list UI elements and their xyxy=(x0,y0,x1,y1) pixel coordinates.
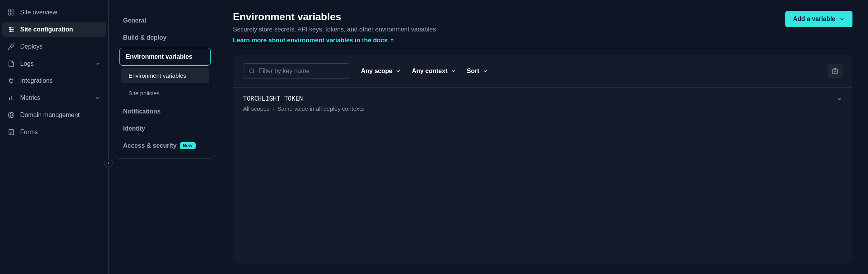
sidebar-item-configuration[interactable]: Site configuration xyxy=(2,22,106,37)
context-filter[interactable]: Any context xyxy=(412,68,456,75)
sidebar-item-label: Metrics xyxy=(20,94,40,101)
section-subnav: General Build & deploy Environment varia… xyxy=(109,0,221,274)
panel-toolbar: Any scope Any context Sort xyxy=(233,55,852,88)
new-badge: New xyxy=(180,142,196,149)
subnav-sub-label: Site policies xyxy=(128,90,160,96)
sidebar-item-metrics[interactable]: Metrics xyxy=(2,90,106,106)
sidebar-item-deploys[interactable]: Deploys xyxy=(2,39,106,54)
external-link-icon xyxy=(390,38,394,43)
subnav-sub-environment-variables[interactable]: Environment variables xyxy=(121,68,209,83)
subnav-environment-variables[interactable]: Environment variables xyxy=(119,48,211,66)
subnav-build-deploy[interactable]: Build & deploy xyxy=(115,29,215,46)
sort-label: Sort xyxy=(467,68,479,75)
subnav-label: Environment variables xyxy=(126,53,193,60)
search-icon xyxy=(249,68,255,74)
subnav-label: General xyxy=(123,17,146,24)
collapse-sidebar-button[interactable] xyxy=(104,159,113,167)
logs-icon xyxy=(8,60,15,67)
subnav-box: General Build & deploy Environment varia… xyxy=(115,8,215,159)
sidebar-item-label: Deploys xyxy=(20,43,43,50)
svg-point-8 xyxy=(12,29,13,30)
variables-panel: Any scope Any context Sort xyxy=(233,55,852,263)
subnav-sub-site-policies[interactable]: Site policies xyxy=(121,86,209,101)
svg-line-19 xyxy=(391,40,393,42)
scope-filter-label: Any scope xyxy=(361,68,392,75)
sort-button[interactable]: Sort xyxy=(467,68,488,75)
chevron-down-icon xyxy=(95,61,101,66)
chevron-down-icon xyxy=(95,95,101,101)
add-variable-label: Add a variable xyxy=(793,16,835,23)
subnav-access-security[interactable]: Access & security New xyxy=(115,137,215,154)
plug-icon xyxy=(8,77,15,84)
rocket-icon xyxy=(8,43,15,50)
add-variable-button[interactable]: Add a variable xyxy=(785,11,852,27)
svg-point-7 xyxy=(10,27,11,28)
learn-more-link[interactable]: Learn more about environment variables i… xyxy=(233,37,394,44)
variable-contexts: Same value in all deploy contexts xyxy=(278,105,364,112)
sidebar-item-overview[interactable]: Site overview xyxy=(2,5,106,20)
filter-input[interactable] xyxy=(259,68,344,75)
page-header: Environment variables Securely store sec… xyxy=(233,11,852,44)
sidebar-item-label: Logs xyxy=(20,60,34,67)
sidebar-item-label: Site configuration xyxy=(20,26,73,33)
copy-env-button[interactable] xyxy=(828,64,842,79)
svg-point-9 xyxy=(10,31,11,32)
context-filter-label: Any context xyxy=(412,68,448,75)
main-content: Environment variables Securely store sec… xyxy=(221,0,868,274)
scope-filter[interactable]: Any scope xyxy=(361,68,401,75)
form-icon xyxy=(8,129,15,136)
svg-line-21 xyxy=(253,72,254,73)
globe-icon xyxy=(8,112,15,119)
subnav-general[interactable]: General xyxy=(115,12,215,29)
chevron-down-icon xyxy=(451,68,456,74)
svg-point-20 xyxy=(250,69,254,73)
chevron-down-icon xyxy=(396,68,401,74)
header-text: Environment variables Securely store sec… xyxy=(233,11,436,44)
variable-info: TORCHLIGHT_TOKEN All scopes·Same value i… xyxy=(243,95,364,112)
subnav-sub-label: Environment variables xyxy=(128,72,186,79)
subnav-label: Access & security xyxy=(123,142,177,149)
svg-rect-1 xyxy=(12,10,14,12)
sidebar-item-domain[interactable]: Domain management xyxy=(2,107,106,123)
page-subtitle: Securely store secrets, API keys, tokens… xyxy=(233,26,436,33)
chevron-down-icon xyxy=(837,96,842,102)
sidebar-item-label: Domain management xyxy=(20,112,80,119)
chart-icon xyxy=(8,94,15,101)
sidebar-item-integrations[interactable]: Integrations xyxy=(2,73,106,89)
chevron-down-icon xyxy=(839,16,845,22)
sidebar-item-forms[interactable]: Forms xyxy=(2,124,106,140)
sidebar-item-label: Site overview xyxy=(20,9,57,16)
learn-more-text: Learn more about environment variables i… xyxy=(233,37,387,44)
search-wrapper[interactable] xyxy=(243,63,350,79)
variable-key: TORCHLIGHT_TOKEN xyxy=(243,95,364,102)
svg-rect-0 xyxy=(9,10,10,12)
svg-rect-22 xyxy=(834,68,836,70)
variable-row[interactable]: TORCHLIGHT_TOKEN All scopes·Same value i… xyxy=(233,88,852,119)
separator-dot: · xyxy=(273,105,274,112)
variable-meta: All scopes·Same value in all deploy cont… xyxy=(243,105,364,112)
svg-rect-2 xyxy=(9,13,10,15)
svg-rect-3 xyxy=(12,13,14,15)
sidebar-item-label: Forms xyxy=(20,129,38,136)
clipboard-icon xyxy=(832,68,838,75)
subnav-label: Notifications xyxy=(123,108,161,115)
subnav-label: Build & deploy xyxy=(123,34,167,41)
sliders-icon xyxy=(8,26,15,33)
sidebar-item-label: Integrations xyxy=(20,77,53,84)
page-title: Environment variables xyxy=(233,11,436,23)
variable-scopes: All scopes xyxy=(243,105,269,112)
subnav-label: Identity xyxy=(123,125,145,132)
subnav-notifications[interactable]: Notifications xyxy=(115,103,215,120)
primary-sidebar: Site overview Site configuration Deploys… xyxy=(0,0,109,274)
chevron-down-icon xyxy=(483,68,488,74)
subnav-identity[interactable]: Identity xyxy=(115,120,215,137)
sidebar-item-logs[interactable]: Logs xyxy=(2,56,106,72)
grid-icon xyxy=(8,9,15,16)
